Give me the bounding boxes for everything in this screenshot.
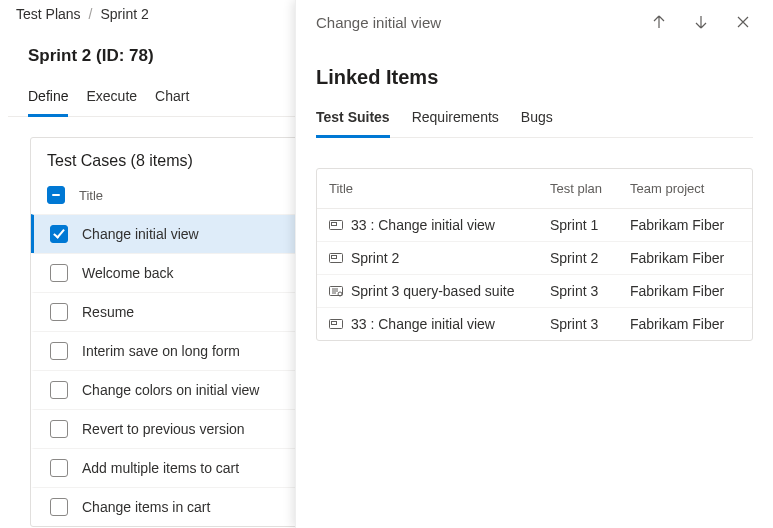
svg-rect-3 — [332, 256, 337, 259]
linked-items-heading: Linked Items — [316, 66, 753, 89]
tab-execute[interactable]: Execute — [86, 84, 137, 117]
column-team-project[interactable]: Team project — [630, 181, 740, 196]
test-case-title: Change items in cart — [82, 499, 210, 515]
test-case-title: Interim save on long form — [82, 343, 240, 359]
linked-item-title: 33 : Change initial view — [351, 316, 495, 332]
panel-tabs: Test Suites Requirements Bugs — [316, 105, 753, 138]
linked-item-project: Fabrikam Fiber — [630, 217, 740, 233]
column-test-plan[interactable]: Test plan — [550, 181, 630, 196]
tab-chart[interactable]: Chart — [155, 84, 189, 117]
breadcrumb-item[interactable]: Test Plans — [16, 6, 81, 22]
linked-item-plan: Sprint 2 — [550, 250, 630, 266]
arrow-down-icon — [693, 14, 709, 30]
test-case-checkbox[interactable] — [50, 459, 68, 477]
static-suite-icon — [329, 252, 343, 264]
linked-item-row[interactable]: Sprint 3 query-based suiteSprint 3Fabrik… — [317, 274, 752, 307]
linked-item-plan: Sprint 3 — [550, 283, 630, 299]
test-case-checkbox[interactable] — [50, 498, 68, 516]
test-case-checkbox[interactable] — [50, 225, 68, 243]
linked-item-row[interactable]: Sprint 2Sprint 2Fabrikam Fiber — [317, 241, 752, 274]
linked-item-title: Sprint 2 — [351, 250, 399, 266]
test-case-checkbox[interactable] — [50, 303, 68, 321]
test-case-title: Change initial view — [82, 226, 199, 242]
svg-rect-7 — [332, 322, 337, 325]
svg-rect-1 — [332, 223, 337, 226]
arrow-up-icon — [651, 14, 667, 30]
next-item-button[interactable] — [691, 12, 711, 32]
linked-item-row[interactable]: 33 : Change initial viewSprint 1Fabrikam… — [317, 209, 752, 241]
linked-item-title: Sprint 3 query-based suite — [351, 283, 514, 299]
linked-items-table: Title Test plan Team project 33 : Change… — [316, 168, 753, 341]
tab-requirements[interactable]: Requirements — [412, 105, 499, 138]
side-panel: Change initial view Linked Items Test Su… — [295, 0, 773, 528]
tab-test-suites[interactable]: Test Suites — [316, 105, 390, 138]
test-case-checkbox[interactable] — [50, 381, 68, 399]
select-all-checkbox[interactable] — [47, 186, 65, 204]
test-case-checkbox[interactable] — [50, 342, 68, 360]
linked-item-plan: Sprint 3 — [550, 316, 630, 332]
test-case-checkbox[interactable] — [50, 264, 68, 282]
test-case-title: Revert to previous version — [82, 421, 245, 437]
linked-item-row[interactable]: 33 : Change initial viewSprint 3Fabrikam… — [317, 307, 752, 340]
test-case-checkbox[interactable] — [50, 420, 68, 438]
linked-item-plan: Sprint 1 — [550, 217, 630, 233]
test-case-title: Resume — [82, 304, 134, 320]
linked-item-project: Fabrikam Fiber — [630, 316, 740, 332]
linked-item-project: Fabrikam Fiber — [630, 283, 740, 299]
static-suite-icon — [329, 318, 343, 330]
column-title[interactable]: Title — [79, 188, 103, 203]
test-case-title: Welcome back — [82, 265, 174, 281]
query-suite-icon — [329, 285, 343, 297]
close-icon — [735, 14, 751, 30]
previous-item-button[interactable] — [649, 12, 669, 32]
static-suite-icon — [329, 219, 343, 231]
column-title[interactable]: Title — [329, 181, 550, 196]
tab-define[interactable]: Define — [28, 84, 68, 117]
linked-item-project: Fabrikam Fiber — [630, 250, 740, 266]
close-button[interactable] — [733, 12, 753, 32]
panel-title: Change initial view — [316, 14, 441, 31]
linked-item-title: 33 : Change initial view — [351, 217, 495, 233]
test-case-title: Change colors on initial view — [82, 382, 259, 398]
breadcrumb-separator: / — [89, 6, 93, 22]
breadcrumb-item[interactable]: Sprint 2 — [100, 6, 148, 22]
tab-bugs[interactable]: Bugs — [521, 105, 553, 138]
test-case-title: Add multiple items to cart — [82, 460, 239, 476]
